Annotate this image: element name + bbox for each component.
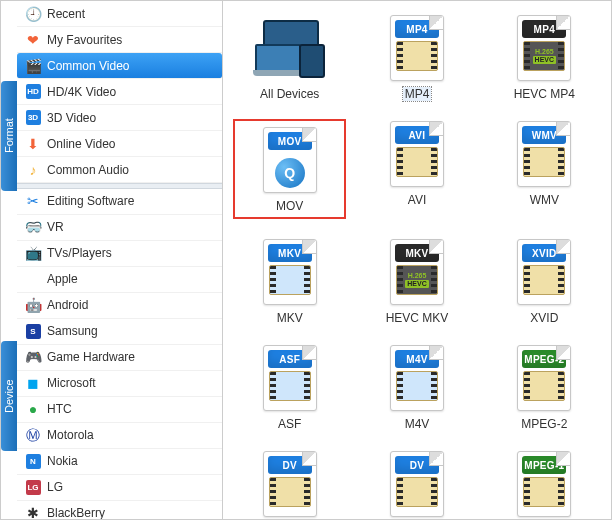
format-item[interactable]: ⬇Online Video bbox=[17, 131, 222, 157]
file-icon: XVID bbox=[517, 239, 571, 305]
device-item-label: LG bbox=[47, 480, 214, 494]
device-item-label: TVs/Players bbox=[47, 246, 214, 260]
vertical-tab-format[interactable]: Format bbox=[1, 81, 17, 191]
format-thumbnail: AVI bbox=[382, 119, 452, 189]
format-thumbnail: MP4H.265HEVC bbox=[509, 13, 579, 83]
sidebar: 🕘Recent❤My Favourites🎬Common VideoHDHD/4… bbox=[1, 1, 223, 519]
format-thumbnail: DV bbox=[255, 449, 325, 519]
device-item[interactable]: 📺TVs/Players bbox=[17, 241, 222, 267]
format-cell-label: XVID bbox=[530, 311, 558, 325]
file-icon: DV bbox=[263, 451, 317, 517]
format-item[interactable]: 🕘Recent bbox=[17, 1, 222, 27]
device-item[interactable]: 🥽VR bbox=[17, 215, 222, 241]
format-cell[interactable]: MPEG-1MPEG-1 bbox=[488, 449, 601, 519]
format-item[interactable]: 3D3D Video bbox=[17, 105, 222, 131]
format-cell-label: MOV bbox=[276, 199, 303, 213]
format-item[interactable]: HDHD/4K Video bbox=[17, 79, 222, 105]
format-item[interactable]: 🎬Common Video bbox=[17, 53, 222, 79]
format-cell[interactable]: MKVH.265HEVCHEVC MKV bbox=[360, 237, 473, 325]
game-icon: 🎮 bbox=[25, 349, 41, 365]
device-item-label: Microsoft bbox=[47, 376, 214, 390]
hd-icon: HD bbox=[25, 84, 41, 100]
format-cell[interactable]: MKVMKV bbox=[233, 237, 346, 325]
format-cell-label: MPEG-2 bbox=[521, 417, 567, 431]
format-cell[interactable]: DVDV-PAL bbox=[360, 449, 473, 519]
format-cell[interactable]: All Devices bbox=[233, 13, 346, 101]
device-category-pane[interactable]: ✂Editing Software🥽VR📺TVs/PlayersApple🤖An… bbox=[1, 189, 222, 519]
music-icon: ♪ bbox=[25, 162, 41, 178]
device-item[interactable]: ◼Microsoft bbox=[17, 371, 222, 397]
file-icon: DV bbox=[390, 451, 444, 517]
format-cell[interactable]: DVDV-NTSC bbox=[233, 449, 346, 519]
device-item[interactable]: ⓂMotorola bbox=[17, 423, 222, 449]
scissors-icon: ✂ bbox=[25, 193, 41, 209]
recent-icon: 🕘 bbox=[25, 6, 41, 22]
format-cell-label: MP4 bbox=[403, 87, 432, 101]
main-pane[interactable]: All DevicesMP4MP4MP4H.265HEVCHEVC MP4MOV… bbox=[223, 1, 611, 519]
film-strip-icon bbox=[269, 265, 311, 295]
format-thumbnail: MPEG-2 bbox=[509, 343, 579, 413]
format-item[interactable]: ♪Common Audio bbox=[17, 157, 222, 183]
film-strip-icon bbox=[523, 265, 565, 295]
quicktime-icon bbox=[275, 158, 305, 188]
file-icon: MPEG-1 bbox=[517, 451, 571, 517]
tv-icon: 📺 bbox=[25, 245, 41, 261]
device-item[interactable]: ●HTC bbox=[17, 397, 222, 423]
format-cell[interactable]: ASFASF bbox=[233, 343, 346, 431]
format-cell[interactable]: MP4H.265HEVCHEVC MP4 bbox=[488, 13, 601, 101]
android-icon: 🤖 bbox=[25, 297, 41, 313]
device-item[interactable]: 🤖Android bbox=[17, 293, 222, 319]
motorola-icon: Ⓜ bbox=[25, 427, 41, 443]
format-cell[interactable]: M4VM4V bbox=[360, 343, 473, 431]
format-cell[interactable]: MP4MP4 bbox=[360, 13, 473, 101]
file-icon: MKVH.265HEVC bbox=[390, 239, 444, 305]
file-icon: MP4H.265HEVC bbox=[517, 15, 571, 81]
vertical-tab-format-label: Format bbox=[3, 119, 15, 154]
file-icon: MOV bbox=[263, 127, 317, 193]
format-thumbnail: ASF bbox=[255, 343, 325, 413]
format-item-label: Common Audio bbox=[47, 163, 214, 177]
app-window: Format Device 🕘Recent❤My Favourites🎬Comm… bbox=[0, 0, 612, 520]
film-strip-icon bbox=[269, 477, 311, 507]
format-item-label: Online Video bbox=[47, 137, 214, 151]
device-item[interactable]: ✱BlackBerry bbox=[17, 501, 222, 519]
device-item[interactable]: SSamsung bbox=[17, 319, 222, 345]
format-thumbnail: XVID bbox=[509, 237, 579, 307]
format-item-label: HD/4K Video bbox=[47, 85, 214, 99]
file-icon: WMV bbox=[517, 121, 571, 187]
format-item-label: Common Video bbox=[47, 59, 214, 73]
device-item[interactable]: LGLG bbox=[17, 475, 222, 501]
device-item[interactable]: NNokia bbox=[17, 449, 222, 475]
device-item-label: VR bbox=[47, 220, 214, 234]
film-strip-icon bbox=[523, 477, 565, 507]
format-cell[interactable]: MPEG-2MPEG-2 bbox=[488, 343, 601, 431]
format-cell[interactable]: AVIAVI bbox=[360, 119, 473, 219]
device-item[interactable]: ✂Editing Software bbox=[17, 189, 222, 215]
device-item-label: Nokia bbox=[47, 454, 214, 468]
film-strip-icon bbox=[396, 477, 438, 507]
file-icon: ASF bbox=[263, 345, 317, 411]
lg-icon: LG bbox=[25, 479, 41, 495]
device-item[interactable]: 🎮Game Hardware bbox=[17, 345, 222, 371]
vertical-tab-device-label: Device bbox=[3, 379, 15, 413]
format-thumbnail: DV bbox=[382, 449, 452, 519]
format-cell[interactable]: XVIDXVID bbox=[488, 237, 601, 325]
format-thumbnail: MKV bbox=[255, 237, 325, 307]
format-thumbnail: MPEG-1 bbox=[509, 449, 579, 519]
film-strip-icon bbox=[396, 147, 438, 177]
format-item[interactable]: ❤My Favourites bbox=[17, 27, 222, 53]
blackberry-icon: ✱ bbox=[25, 505, 41, 519]
device-item[interactable]: Apple bbox=[17, 267, 222, 293]
format-thumbnail: MP4 bbox=[382, 13, 452, 83]
format-cell-label: All Devices bbox=[260, 87, 319, 101]
file-icon: MKV bbox=[263, 239, 317, 305]
vertical-tab-device[interactable]: Device bbox=[1, 341, 17, 451]
format-cell[interactable]: WMVWMV bbox=[488, 119, 601, 219]
format-grid: All DevicesMP4MP4MP4H.265HEVCHEVC MP4MOV… bbox=[223, 1, 611, 519]
format-cell[interactable]: MOVMOV bbox=[233, 119, 346, 219]
format-item-label: My Favourites bbox=[47, 33, 214, 47]
format-cell-label: ASF bbox=[278, 417, 301, 431]
file-icon: AVI bbox=[390, 121, 444, 187]
heart-icon: ❤ bbox=[25, 32, 41, 48]
format-thumbnail: MOV bbox=[255, 125, 325, 195]
